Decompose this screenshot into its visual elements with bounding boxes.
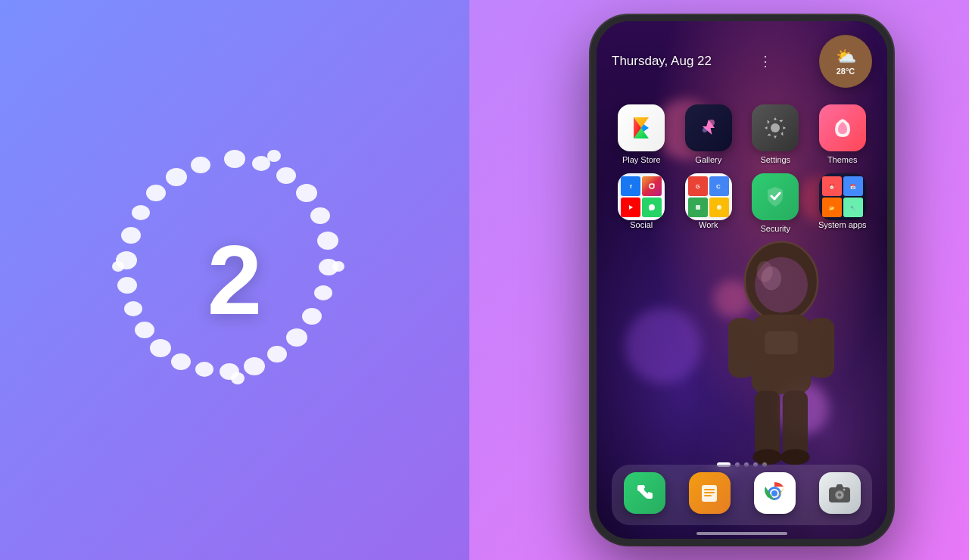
- svg-point-10: [267, 346, 287, 362]
- svg-point-63: [838, 493, 842, 496]
- svg-point-0: [224, 150, 245, 168]
- svg-point-26: [332, 261, 344, 272]
- security-icon: [752, 173, 799, 220]
- svg-point-40: [756, 261, 772, 282]
- svg-point-17: [124, 301, 142, 316]
- themes-icon: [819, 104, 866, 151]
- dock-phone-icon: [624, 472, 665, 514]
- svg-point-1: [252, 156, 270, 171]
- dock-chrome[interactable]: [746, 472, 803, 518]
- app-security[interactable]: Security: [747, 173, 804, 233]
- svg-point-2: [276, 167, 296, 184]
- svg-point-27: [231, 372, 245, 384]
- svg-point-5: [317, 232, 338, 250]
- app-play-store[interactable]: Play Store: [613, 104, 670, 164]
- date-text: Thursday, Aug 22: [612, 54, 712, 69]
- svg-point-9: [286, 328, 307, 347]
- app-row-1: Play Store Gallery: [608, 104, 876, 164]
- play-store-icon: [618, 104, 665, 151]
- svg-point-4: [310, 207, 330, 224]
- svg-rect-51: [696, 205, 700, 210]
- svg-point-25: [267, 150, 281, 162]
- dock-notes-icon: [689, 472, 731, 514]
- logo-number: 2: [207, 231, 262, 329]
- social-folder-icon: f: [618, 173, 665, 220]
- app-gallery[interactable]: Gallery: [680, 104, 737, 164]
- settings-label: Settings: [760, 155, 790, 164]
- home-indicator: [696, 532, 787, 535]
- svg-rect-55: [704, 492, 715, 493]
- dot-ring: 2: [106, 144, 363, 416]
- svg-rect-36: [782, 390, 807, 457]
- phone-container: Thursday, Aug 22 ⋮ ⛅ 28°C: [575, 15, 908, 560]
- svg-rect-34: [808, 318, 834, 378]
- svg-point-45: [709, 120, 715, 126]
- svg-point-16: [135, 322, 154, 338]
- weather-widget[interactable]: ⛅ 28°C: [819, 35, 872, 88]
- weather-temp: 28°C: [837, 67, 855, 76]
- logo-area: 2: [98, 106, 371, 454]
- app-settings[interactable]: Settings: [747, 104, 804, 164]
- app-grid: Play Store Gallery: [608, 104, 876, 242]
- svg-point-23: [166, 168, 187, 186]
- app-work[interactable]: G C Work: [680, 173, 737, 233]
- svg-text:C: C: [716, 183, 721, 190]
- security-label: Security: [760, 224, 790, 233]
- svg-point-3: [296, 184, 317, 202]
- svg-point-8: [302, 308, 322, 325]
- bottom-dock: [612, 465, 872, 525]
- svg-point-13: [195, 362, 213, 377]
- phone-screen: Thursday, Aug 22 ⋮ ⛅ 28°C: [597, 21, 887, 539]
- svg-rect-35: [755, 390, 780, 457]
- svg-rect-33: [728, 318, 755, 378]
- dock-notes[interactable]: [681, 472, 738, 518]
- svg-marker-49: [629, 205, 633, 210]
- date-widget: Thursday, Aug 22 ⋮ ⛅ 28°C: [612, 35, 872, 88]
- wallpaper: [597, 21, 887, 539]
- svg-point-59: [771, 490, 777, 496]
- svg-point-28: [112, 261, 124, 272]
- svg-point-38: [780, 449, 810, 465]
- gallery-icon: [685, 104, 732, 151]
- dock-phone[interactable]: [616, 472, 673, 518]
- gallery-label: Gallery: [695, 155, 721, 164]
- settings-icon: [752, 104, 799, 151]
- svg-point-22: [146, 185, 166, 201]
- sysapps-label: System apps: [818, 220, 867, 229]
- weather-icon: ⛅: [836, 47, 856, 67]
- svg-point-24: [191, 157, 210, 173]
- app-sysapps[interactable]: ⏰ 📅 📂 🔧 System apps: [814, 173, 871, 233]
- date-menu-icon[interactable]: ⋮: [759, 53, 772, 70]
- svg-point-48: [653, 184, 655, 185]
- svg-point-46: [703, 128, 707, 132]
- svg-point-52: [717, 205, 721, 210]
- svg-point-20: [121, 227, 141, 244]
- svg-point-7: [314, 285, 332, 300]
- social-label: Social: [630, 220, 653, 229]
- phone-frame: Thursday, Aug 22 ⋮ ⛅ 28°C: [590, 15, 893, 545]
- svg-point-11: [244, 357, 265, 375]
- play-store-label: Play Store: [622, 155, 661, 164]
- dock-camera-icon: [819, 472, 861, 514]
- work-label: Work: [699, 220, 718, 229]
- svg-rect-56: [704, 495, 712, 496]
- svg-point-18: [117, 277, 137, 294]
- svg-point-15: [150, 339, 171, 357]
- svg-rect-39: [765, 331, 798, 355]
- themes-label: Themes: [827, 155, 858, 164]
- app-row-2: f Social: [608, 173, 876, 233]
- dock-chrome-icon: [754, 472, 796, 514]
- dock-camera[interactable]: [812, 472, 868, 518]
- app-themes[interactable]: Themes: [814, 104, 871, 164]
- app-social[interactable]: f Social: [613, 173, 670, 233]
- work-folder-icon: G C: [685, 173, 732, 220]
- svg-point-64: [843, 488, 846, 490]
- sysapps-folder-icon: ⏰ 📅 📂 🔧: [819, 173, 866, 220]
- astronaut-svg: [713, 229, 849, 493]
- svg-rect-54: [704, 489, 715, 490]
- svg-point-21: [132, 205, 150, 220]
- svg-point-14: [171, 353, 191, 370]
